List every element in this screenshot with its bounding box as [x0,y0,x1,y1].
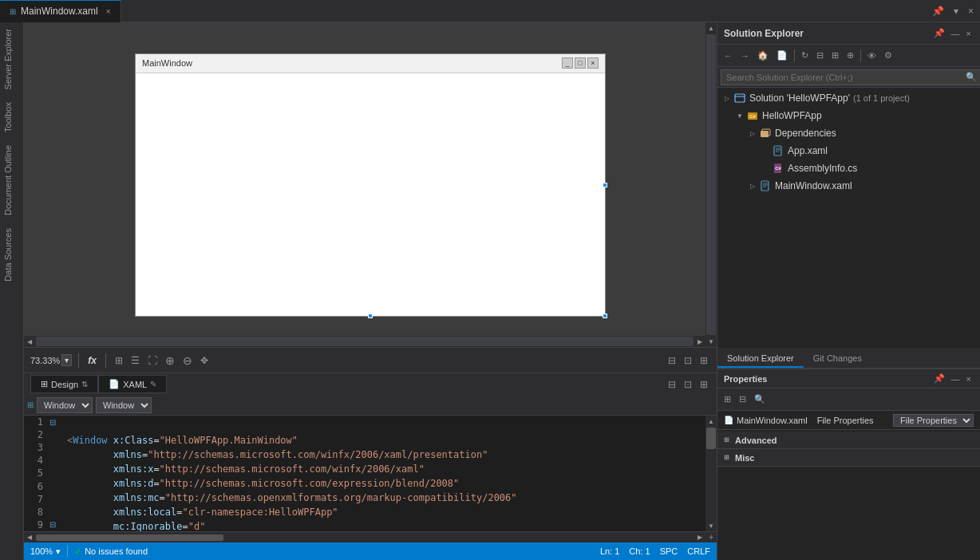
split-pane-btn[interactable]: ⊟ [666,377,678,392]
list-view-btn[interactable]: ☰ [128,353,142,368]
tab-close-button[interactable]: × [106,7,111,16]
se-tab-solution[interactable]: Solution Explorer [717,350,804,368]
se-show-all-files-btn[interactable]: 📄 [773,49,791,62]
se-filter-btn[interactable]: ⊕ [844,49,857,62]
tree-item-project[interactable]: ▼ C# HelloWPFApp [717,107,980,124]
se-minus-btn[interactable]: — [949,27,962,39]
add-line-btn[interactable]: + [705,532,717,543]
solution-label: Solution 'HelloWPFApp' [749,93,850,104]
props-cat-btn[interactable]: ⊞ [721,392,734,406]
zoom-to-fit-btn[interactable]: ⛶ [145,353,160,368]
solution-explorer: Solution Explorer 📌 — × ← → 🏠 📄 ↻ ⊟ ⊞ ⊕ [717,22,980,369]
server-explorer-tab[interactable]: Server Explorer [0,22,23,96]
se-settings-btn[interactable]: ⚙ [881,49,895,62]
props-minus-btn[interactable]: — [949,373,962,385]
zoom-status[interactable]: 100% ▾ [30,546,61,557]
split-horiz-btn[interactable]: ⊟ [666,353,678,368]
se-collapse-btn[interactable]: ⊟ [813,49,827,62]
props-category-advanced[interactable]: ⊞ Advanced [717,432,980,449]
expand-9: ⊟ [49,520,61,529]
icon-app-xaml [772,144,784,157]
line-num-9: 9 [24,519,49,530]
code-icon: ⊞ [27,400,34,409]
collapse-btn[interactable]: ⊞ [697,353,710,368]
tree-item-dependencies[interactable]: ▷ Dependencies [717,124,980,142]
zoom-out-btn[interactable]: ⊖ [180,353,195,369]
scope-select-1[interactable]: Window [37,397,93,413]
se-home-btn[interactable]: 🏠 [754,49,772,62]
handle-right[interactable] [603,183,607,187]
tree-item-assembly[interactable]: ▷ C# AssemblyInfo.cs [717,160,980,177]
scroll-down[interactable]: ▼ [705,336,717,347]
tree-item-mainwindow[interactable]: ▷ MainWindow.xaml [717,177,980,195]
misc-expand-icon[interactable]: ⊞ [721,452,732,463]
props-category-misc[interactable]: ⊞ Misc [717,449,980,467]
tab-bar: ⊞ MainWindow.xaml × 📌 ▾ × [0,0,980,22]
props-type-select[interactable]: File Properties [893,414,974,427]
split-vert-btn[interactable]: ⊡ [682,353,694,368]
overflow-button[interactable]: ▾ [950,4,962,18]
tree-item-solution[interactable]: ▷ Solution 'HelloWPFApp' (1 of 1 project… [717,89,980,107]
se-refresh-btn[interactable]: ↻ [798,49,812,62]
se-tab-git[interactable]: Git Changes [804,350,871,368]
svg-rect-0 [735,94,745,102]
se-forward-btn[interactable]: → [737,49,753,62]
pin-button[interactable]: 📌 [929,4,947,18]
xaml-mode-tab[interactable]: 📄 XAML ✎ [98,375,167,393]
status-zoom-dropdown: ▾ [56,546,61,557]
se-close-btn[interactable]: × [964,27,974,39]
expand-dependencies[interactable]: ▷ [746,127,759,140]
designer-vscroll[interactable]: ▲ ▼ [705,22,717,347]
advanced-expand-icon[interactable]: ⊞ [721,435,732,446]
scope-select-2[interactable]: Window [96,397,152,413]
se-new-solution-btn[interactable]: ⊞ [828,49,842,62]
sep1 [78,353,79,368]
code-scroll-down[interactable]: ▼ [705,520,717,531]
grid-view-btn[interactable]: ⊞ [113,353,125,368]
data-sources-tab[interactable]: Data Sources [0,222,23,288]
preview-title: MainWindow [142,58,192,68]
se-search-input[interactable] [721,69,980,85]
zoom-in-btn[interactable]: ⊕ [163,353,177,369]
hscroll-left[interactable]: ◀ [24,336,35,347]
pan-btn[interactable]: ✥ [198,353,211,368]
se-preview-btn[interactable]: 👁 [864,49,879,62]
main-window-tab[interactable]: ⊞ MainWindow.xaml × [0,0,121,22]
se-title: Solution Explorer [724,28,804,39]
close-panel-button[interactable]: × [965,4,977,18]
tree-item-app-xaml[interactable]: ▷ App.xaml [717,142,980,160]
code-hscroll[interactable]: ◀ ▶ + [24,531,717,542]
designer-viewport[interactable]: MainWindow _ □ × ▲ ▼ [24,22,717,347]
props-close-btn[interactable]: × [964,373,974,385]
code-hscroll-left[interactable]: ◀ [24,534,35,541]
document-outline-tab[interactable]: Document Outline [0,139,23,222]
props-pin-btn[interactable]: 📌 [931,373,947,385]
line-num-7: 7 [24,494,49,505]
se-bottom-tabs: Solution Explorer Git Changes [717,348,980,369]
max-pane-btn[interactable]: ⊞ [697,377,710,392]
expand-solution[interactable]: ▷ [721,92,733,105]
se-tree: ▷ Solution 'HelloWPFApp' (1 of 1 project… [717,88,980,348]
hscroll-right[interactable]: ▶ [694,336,705,347]
design-mode-tab[interactable]: ⊞ Design ⇅ [30,375,98,393]
props-search-btn[interactable]: 🔍 [751,392,769,406]
fx-button[interactable]: fx [85,353,99,368]
se-search-bar: 🔍 [717,67,980,88]
code-hscroll-right[interactable]: ▶ [694,534,705,541]
designer-hscroll[interactable]: ◀ ▶ [24,336,705,347]
zoom-dropdown-btn[interactable]: ▾ [61,354,72,366]
code-content[interactable]: <Window x:Class="HelloWPFApp.MainWindow"… [61,416,705,531]
expand-project[interactable]: ▼ [733,109,746,122]
se-pin-btn[interactable]: 📌 [931,27,947,39]
swap-panes-btn[interactable]: ⊡ [682,377,694,392]
props-sort-btn[interactable]: ⊟ [736,392,749,406]
handle-bottom[interactable] [368,314,373,318]
code-scroll-up[interactable]: ▲ [705,416,717,427]
expand-mainwindow[interactable]: ▷ [746,179,759,192]
code-vscroll[interactable]: ▲ ▼ [705,416,717,531]
scroll-up[interactable]: ▲ [705,22,717,34]
status-text: No issues found [85,546,148,556]
se-back-btn[interactable]: ← [721,49,736,62]
toolbox-tab[interactable]: Toolbox [0,96,23,139]
handle-bottom-right[interactable] [603,314,607,318]
